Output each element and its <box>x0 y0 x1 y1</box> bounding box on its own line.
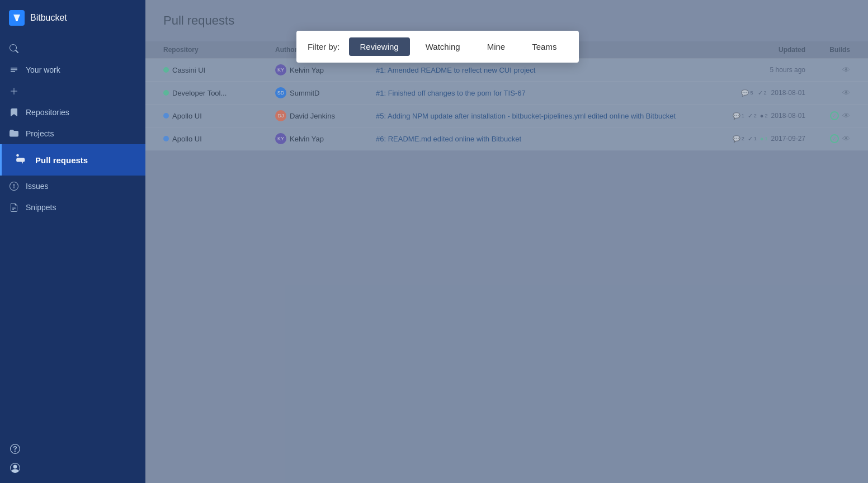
sidebar-label-issues: Issues <box>26 182 48 191</box>
app-title: Bitbucket <box>30 13 67 23</box>
sidebar-label-pull-requests: Pull requests <box>35 155 88 165</box>
filter-dropdown: Filter by: Reviewing Watching Mine Teams <box>296 31 579 63</box>
sidebar-label-repositories: Repositories <box>26 108 69 117</box>
sidebar-nav: Your work Repositories <box>0 36 145 220</box>
search-icon <box>9 44 19 54</box>
sidebar-item-repositories[interactable]: Repositories <box>0 102 145 123</box>
sidebar-label-your-work: Your work <box>26 65 60 74</box>
filter-teams-button[interactable]: Teams <box>521 37 568 56</box>
overlay <box>145 0 868 483</box>
help-button[interactable] <box>9 443 21 455</box>
sidebar-item-snippets[interactable]: Snippets <box>0 197 145 218</box>
sidebar: Bitbucket Your work <box>0 0 145 483</box>
sidebar-item-issues[interactable]: Issues <box>0 176 145 197</box>
filter-watching-button[interactable]: Watching <box>414 37 471 56</box>
filter-mine-button[interactable]: Mine <box>476 37 517 56</box>
filter-label: Filter by: <box>308 42 340 51</box>
filter-reviewing-button[interactable]: Reviewing <box>349 37 410 56</box>
bitbucket-logo-icon[interactable] <box>9 10 25 26</box>
account-button[interactable] <box>9 462 21 474</box>
repo-icon <box>9 107 19 117</box>
sidebar-label-projects: Projects <box>26 129 54 138</box>
sidebar-item-search[interactable] <box>0 38 145 59</box>
sidebar-label-snippets: Snippets <box>26 203 56 212</box>
snippets-icon <box>9 202 19 212</box>
sidebar-header: Bitbucket <box>0 0 145 36</box>
folder-icon <box>9 129 19 139</box>
sidebar-item-create[interactable] <box>0 80 145 102</box>
sidebar-item-your-work[interactable]: Your work <box>0 59 145 80</box>
issues-icon <box>9 181 19 191</box>
plus-icon <box>9 86 19 96</box>
sidebar-bottom <box>0 434 145 483</box>
main-content: Pull requests Filter by: Reviewing Watch… <box>145 0 868 483</box>
list-icon <box>9 65 19 75</box>
sidebar-item-projects[interactable]: Projects <box>0 123 145 144</box>
sidebar-item-pull-requests[interactable]: Pull requests <box>0 144 145 176</box>
pull-request-icon <box>11 151 29 169</box>
